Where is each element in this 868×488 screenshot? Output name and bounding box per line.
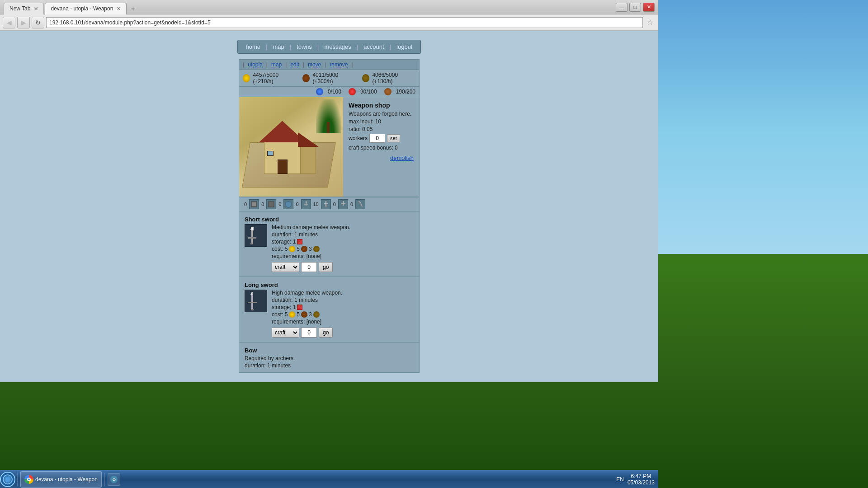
- taskbar-right: EN 6:47 PM 05/03/2013: [616, 473, 658, 486]
- building-image: [239, 97, 343, 197]
- panel-nav-remove[interactable]: remove: [328, 61, 349, 68]
- long-sword-desc: High damage melee weapon.: [272, 290, 414, 296]
- window-controls: — □ ✕: [616, 3, 655, 12]
- eq-slot-sword3[interactable]: [338, 199, 348, 209]
- long-sword-row: High damage melee weapon. duration: 1 mi…: [245, 290, 414, 338]
- svg-rect-13: [250, 243, 253, 244]
- stat2-value: 90/100: [360, 89, 377, 95]
- demolish-button[interactable]: demolish: [390, 155, 414, 161]
- taskbar-divider-1: [17, 473, 18, 486]
- panel-nav-move[interactable]: move: [306, 61, 323, 68]
- browser-titlebar: New Tab ✕ devana - utopia - Weapon ✕ + —…: [0, 0, 658, 14]
- nav-map[interactable]: map: [269, 42, 288, 52]
- short-sword-duration: duration: 1 minutes: [272, 231, 414, 238]
- short-sword-controls: craft repeat go: [272, 262, 414, 272]
- taskbar-divider-2: [104, 473, 105, 486]
- taskbar-icon-1[interactable]: ⚙: [108, 473, 120, 486]
- svg-rect-14: [251, 230, 253, 243]
- food-value: 4011/5000 (+300/h): [312, 72, 356, 84]
- eq-slot-2[interactable]: [266, 199, 276, 209]
- bookmark-star[interactable]: ☆: [645, 17, 656, 28]
- svg-point-25: [5, 477, 10, 482]
- stat3-value: 190/200: [396, 89, 415, 95]
- short-sword-cost: cost: 5 5 3: [272, 246, 414, 252]
- tab1-close[interactable]: ✕: [34, 6, 38, 12]
- nav-bar: home | map | towns | messages | account …: [237, 40, 421, 54]
- short-sword-details: Medium damage melee weapon. duration: 1 …: [272, 224, 414, 272]
- address-bar[interactable]: [46, 17, 643, 28]
- craft-list: Short sword: [239, 211, 419, 373]
- stat-brown-icon: [384, 88, 392, 95]
- cost-gold-1: [289, 246, 295, 252]
- eq-slot-sword2[interactable]: [321, 199, 331, 209]
- panel-nav-edit[interactable]: edit: [288, 61, 301, 68]
- tab-devana[interactable]: devana - utopia - Weapon ✕: [45, 3, 127, 14]
- tab2-close[interactable]: ✕: [117, 6, 121, 12]
- wood-value: 4066/5000 (+180/h): [372, 72, 415, 84]
- panel-nav-map[interactable]: map: [269, 61, 283, 68]
- cost-wood-2: [313, 311, 320, 318]
- demolish-row: demolish: [349, 155, 414, 161]
- main-panel: | utopia | map | edit | move | remove | …: [239, 59, 420, 373]
- taskbar-app-browser[interactable]: devana - utopia - Weapon: [20, 471, 102, 488]
- long-sword-cost: cost: 5 5 3: [272, 311, 414, 318]
- nav-towns[interactable]: towns: [293, 42, 316, 52]
- svg-rect-19: [251, 309, 254, 310]
- stat-red-icon: [349, 88, 356, 95]
- minimize-button[interactable]: —: [616, 3, 627, 12]
- svg-rect-15: [248, 237, 256, 239]
- maximize-button[interactable]: □: [629, 3, 641, 12]
- building-area: Weapon shop Weapons are forged here. max…: [239, 97, 419, 197]
- short-sword-qty[interactable]: [301, 262, 317, 272]
- short-sword-mode-select[interactable]: craft repeat: [272, 262, 299, 272]
- long-sword-icon: [245, 290, 267, 312]
- eq-slot-bow[interactable]: [355, 199, 365, 209]
- tab-new-tab[interactable]: New Tab ✕: [4, 3, 44, 14]
- panel-nav: | utopia | map | edit | move | remove |: [239, 60, 419, 70]
- short-sword-go-button[interactable]: go: [319, 262, 333, 272]
- close-button[interactable]: ✕: [643, 3, 655, 12]
- nav-logout[interactable]: logout: [393, 42, 416, 52]
- eq-slot-1[interactable]: [249, 199, 259, 209]
- gold-icon: [243, 74, 250, 82]
- panel-nav-utopia[interactable]: utopia: [246, 61, 264, 68]
- browser-toolbar: ◀ ▶ ↻ ☆: [0, 14, 658, 31]
- clock-date: 05/03/2013: [627, 479, 655, 486]
- new-tab-button[interactable]: +: [127, 4, 138, 14]
- long-sword-go-button[interactable]: go: [319, 328, 333, 338]
- nav-account[interactable]: account: [360, 42, 388, 52]
- equipment-row: 0 0 0 0 10: [239, 197, 419, 211]
- cost-wood-1: [313, 246, 320, 252]
- craft-item-bow: Bow Required by archers. duration: 1 min…: [239, 343, 419, 373]
- cost-gold-2: [289, 311, 295, 318]
- set-workers-button[interactable]: set: [387, 134, 400, 142]
- svg-rect-2: [269, 202, 274, 207]
- eq-slot-shield[interactable]: [283, 199, 293, 209]
- back-button[interactable]: ◀: [3, 17, 15, 28]
- workers-label: workers: [349, 135, 368, 141]
- craft-item-long-sword: Long sword: [239, 277, 419, 343]
- nav-messages[interactable]: messages: [321, 42, 354, 52]
- start-button[interactable]: [0, 472, 15, 487]
- long-sword-qty[interactable]: [301, 328, 317, 338]
- svg-rect-1: [252, 202, 256, 206]
- storage-icon-1: [297, 239, 302, 244]
- gold-value: 4457/5000 (+210/h): [253, 72, 296, 84]
- long-sword-details: High damage melee weapon. duration: 1 mi…: [272, 290, 414, 338]
- cost-food-2: [301, 311, 307, 318]
- refresh-button[interactable]: ↻: [32, 17, 44, 28]
- svg-rect-21: [248, 302, 257, 303]
- forward-button[interactable]: ▶: [17, 17, 30, 28]
- taskbar-app-label: devana - utopia - Weapon: [35, 476, 98, 483]
- short-sword-title: Short sword: [245, 216, 414, 223]
- building-title: Weapon shop: [349, 102, 414, 109]
- eq-slot-sword1[interactable]: [301, 199, 311, 209]
- tab1-label: New Tab: [9, 5, 30, 12]
- long-sword-mode-select[interactable]: craft repeat: [272, 328, 299, 338]
- nav-home[interactable]: home: [242, 42, 264, 52]
- workers-row: workers set: [349, 134, 414, 143]
- workers-input[interactable]: [369, 134, 385, 143]
- craft-item-short-sword: Short sword: [239, 211, 419, 277]
- page-content: home | map | towns | messages | account …: [0, 31, 658, 382]
- tab2-label: devana - utopia - Weapon: [51, 5, 113, 12]
